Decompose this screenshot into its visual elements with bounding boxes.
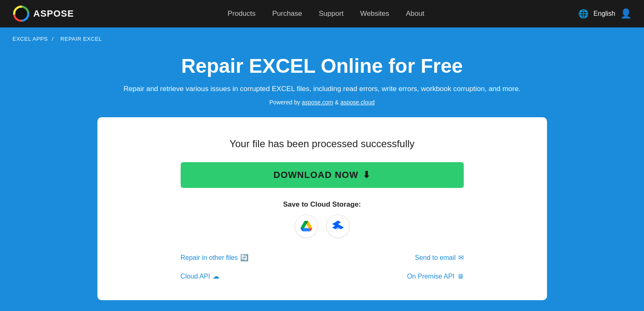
result-card: Your file has been processed successfull… xyxy=(97,117,547,300)
email-icon: ✉ xyxy=(458,254,464,262)
send-to-email-label: Send to email xyxy=(415,254,456,262)
breadcrumb-parent[interactable]: EXCEL APPS xyxy=(12,36,48,42)
nav-products[interactable]: Products xyxy=(228,10,256,18)
repair-other-files-link[interactable]: Repair in other files 🔄 xyxy=(181,250,314,265)
cloud-api-link[interactable]: Cloud API ☁ xyxy=(181,269,314,284)
cloud-api-label: Cloud API xyxy=(181,273,210,280)
on-premise-api-link[interactable]: On Premise API 🖥 xyxy=(331,269,464,284)
navbar-right: 🌐 English 👤 xyxy=(578,8,632,19)
card-actions: Repair in other files 🔄 Send to email ✉ … xyxy=(181,250,464,284)
repair-other-label: Repair in other files xyxy=(181,254,238,262)
breadcrumb-current: REPAIR EXCEL xyxy=(60,36,102,42)
breadcrumb: EXCEL APPS / REPAIR EXCEL xyxy=(12,36,632,42)
nav-websites[interactable]: Websites xyxy=(360,10,389,18)
send-to-email-link[interactable]: Send to email ✉ xyxy=(331,250,464,265)
powered-link-aspose-cloud[interactable]: aspose.cloud xyxy=(340,99,375,106)
user-icon[interactable]: 👤 xyxy=(620,8,632,19)
hero-section: EXCEL APPS / REPAIR EXCEL Repair EXCEL O… xyxy=(0,27,644,300)
on-premise-label: On Premise API xyxy=(407,273,455,280)
powered-link-aspose-com[interactable]: aspose.com xyxy=(302,99,333,106)
nav-support[interactable]: Support xyxy=(319,10,344,18)
navbar: ASPOSE Products Purchase Support Website… xyxy=(0,0,644,27)
powered-prefix: Powered by xyxy=(269,99,302,106)
navbar-logo-area: ASPOSE xyxy=(12,5,74,22)
download-now-button[interactable]: DOWNLOAD NOW ⬇ xyxy=(181,162,464,188)
aspose-logo-icon xyxy=(12,5,30,22)
cloud-icons-row xyxy=(114,215,530,238)
navbar-nav: Products Purchase Support Websites About xyxy=(74,10,578,18)
cloud-save-label: Save to Cloud Storage: xyxy=(114,200,530,209)
cloud-icon: ☁ xyxy=(213,272,219,280)
dropbox-button[interactable] xyxy=(326,215,350,238)
powered-by: Powered by aspose.com & aspose.cloud xyxy=(12,99,632,106)
google-drive-icon xyxy=(301,220,312,232)
svg-point-0 xyxy=(13,5,30,22)
success-message: Your file has been processed successfull… xyxy=(114,138,530,150)
google-drive-button[interactable] xyxy=(295,215,318,238)
nav-about[interactable]: About xyxy=(406,10,424,18)
server-icon: 🖥 xyxy=(457,273,464,280)
breadcrumb-separator: / xyxy=(52,36,54,42)
dropbox-icon xyxy=(332,220,344,232)
logo-text: ASPOSE xyxy=(33,8,74,19)
refresh-icon: 🔄 xyxy=(240,254,249,262)
download-icon: ⬇ xyxy=(363,170,370,180)
language-selector[interactable]: English xyxy=(594,10,615,17)
globe-icon: 🌐 xyxy=(578,9,589,19)
powered-ampersand: & xyxy=(333,99,340,106)
hero-subtitle: Repair and retrieve various issues in co… xyxy=(12,85,632,93)
nav-purchase[interactable]: Purchase xyxy=(272,10,302,18)
download-label: DOWNLOAD NOW xyxy=(274,170,358,180)
page-title: Repair EXCEL Online for Free xyxy=(12,54,632,77)
